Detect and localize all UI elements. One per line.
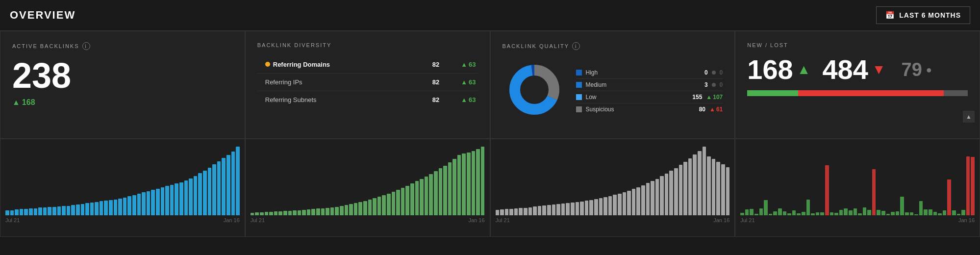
chart-bar: [849, 210, 853, 215]
chart-bar: [43, 207, 47, 215]
chart-bar: [48, 207, 51, 215]
chart-diversity-area: [246, 139, 490, 215]
chart-bar: [476, 149, 480, 215]
legend-label: Low: [586, 94, 689, 101]
arrow-up-icon: ▲: [12, 98, 20, 107]
chart-bar: [142, 192, 146, 215]
quality-section: High 0 0 Medium 3 0 Low 155 ▲107 Suspici…: [503, 58, 723, 124]
chart-bar: [76, 204, 80, 215]
lost-arrow-icon: ▼: [872, 63, 886, 76]
chart-bar: [839, 210, 843, 215]
chart-bar: [38, 207, 42, 215]
chart-bar: [226, 155, 230, 215]
chart-bar: [524, 208, 528, 215]
chart-bar: [165, 186, 169, 215]
chart-bar: [269, 212, 273, 215]
chart-bar: [641, 185, 645, 215]
chart-bar: [354, 203, 358, 215]
chart-bar: [806, 200, 810, 215]
legend-change-val: 0: [720, 69, 723, 76]
chart-bar: [67, 206, 71, 215]
chart-bar: [288, 211, 292, 215]
chart-bar: [891, 212, 895, 215]
chart-bar: [434, 171, 438, 215]
page-title: OVERVIEW: [10, 9, 75, 22]
main-grid: ACTIVE BACKLINKS i 238 ▲ 168 BACKLINK DI…: [0, 30, 980, 237]
chart-bar: [613, 195, 617, 215]
diversity-value: 82: [423, 56, 439, 74]
chart-bar: [933, 212, 937, 215]
chart-bar: [462, 153, 466, 215]
diversity-row: Referring Subnets 82 ▲63: [257, 91, 478, 109]
chart-bar: [571, 203, 575, 215]
legend-color-box: [576, 94, 582, 100]
chart-bar: [585, 201, 589, 215]
chart-bar: [217, 161, 221, 215]
chart-bar: [505, 209, 509, 215]
chart-bar: [368, 200, 372, 215]
chart-bar: [636, 187, 640, 215]
backlink-diversity-card: BACKLINK DIVERSITY Referring Domains 82 …: [245, 31, 490, 139]
active-backlinks-change: ▲ 168: [12, 98, 233, 107]
chart-bar: [802, 212, 805, 215]
chart-bar: [212, 164, 216, 215]
chart-bar: [118, 199, 122, 215]
chart-bar: [5, 210, 9, 215]
chart-bar: [556, 204, 560, 215]
neutral-dot: [712, 83, 716, 87]
chart-bar: [797, 213, 801, 215]
chart-bar: [811, 213, 815, 215]
chart-bar: [632, 189, 636, 215]
chart-bar: [910, 212, 914, 215]
backlink-quality-chart: Jul 21 Jan 16: [490, 139, 735, 237]
backlink-quality-info-icon[interactable]: i: [572, 42, 580, 50]
chart-bar: [769, 214, 773, 215]
chart-bar: [20, 209, 24, 215]
chart-bar: [750, 209, 754, 215]
chart-bar: [957, 214, 961, 215]
chart-bar: [349, 204, 353, 215]
backlink-quality-title: BACKLINK QUALITY i: [503, 42, 723, 50]
neutral-value: 79: [902, 60, 922, 79]
chart-bar: [326, 208, 329, 215]
diversity-change: ▲63: [439, 56, 477, 74]
chart-bar: [175, 183, 178, 215]
chart-bar: [533, 206, 537, 215]
quality-legend-row: Suspicious 80 ▲61: [576, 103, 723, 115]
chart-bar: [872, 169, 876, 215]
chart-bar: [198, 173, 202, 215]
diversity-label: Referring Domains: [257, 56, 423, 74]
chart-bar: [81, 204, 85, 215]
chart-bar: [71, 205, 75, 215]
chart-bar: [905, 212, 909, 215]
chart-bar: [877, 210, 880, 215]
chart-bar: [208, 168, 212, 215]
chart-bar: [914, 214, 918, 215]
chart-bar: [566, 203, 570, 215]
chart-bar: [358, 202, 362, 215]
chart-bar: [896, 211, 900, 215]
chart-bar: [528, 207, 532, 215]
legend-change-val: 0: [720, 81, 723, 88]
active-backlinks-info-icon[interactable]: i: [82, 42, 90, 50]
chart-bar: [90, 203, 94, 215]
chart-bar: [321, 208, 325, 215]
chart-bar: [947, 179, 951, 215]
chart-bar: [24, 209, 28, 215]
chart-bar: [603, 197, 607, 215]
chart-bar: [151, 190, 155, 215]
chart-bar: [721, 164, 725, 215]
chart-bar: [231, 152, 235, 215]
chart-bar: [580, 202, 584, 215]
diversity-change: ▲63: [439, 91, 477, 109]
chart-bar: [335, 207, 339, 215]
quality-legend-row: Low 155 ▲107: [576, 91, 723, 103]
chart-bar: [552, 204, 556, 215]
chart-bar: [698, 151, 702, 215]
chart-bar: [132, 195, 136, 215]
chart-bar: [410, 183, 414, 215]
chart-bar: [830, 212, 834, 215]
scroll-up-button[interactable]: ▲: [963, 111, 975, 123]
date-range-button[interactable]: 📅 LAST 6 MONTHS: [876, 6, 970, 24]
chart-bar: [712, 159, 716, 215]
